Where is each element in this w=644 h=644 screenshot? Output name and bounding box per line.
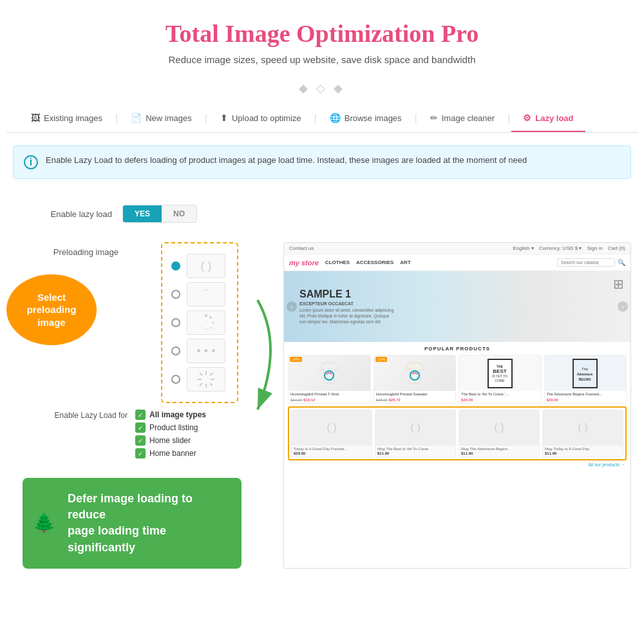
- home-slider-row[interactable]: ✓ Home slider: [135, 435, 206, 446]
- product-listing-check: ✓: [135, 422, 146, 433]
- lazy-card-4: ( ) Mug Today Is A Good Day $11.90: [542, 410, 623, 457]
- all-products-link[interactable]: All our products →: [288, 462, 627, 467]
- lazy-icon: ⚙: [523, 113, 531, 123]
- tab-upload[interactable]: ⬆ Upload to optimize: [209, 105, 313, 132]
- lazy-name-4: Mug Today Is A Good Day: [545, 447, 621, 451]
- existing-icon: 🖼: [31, 113, 40, 123]
- lazy-price-4: $11.90: [545, 451, 621, 455]
- svg-line-11: [210, 383, 213, 386]
- home-banner-row[interactable]: ✓ Home banner: [135, 448, 206, 459]
- old-price-2: $35.00: [376, 398, 388, 402]
- lazy-img-3: ( ): [459, 410, 539, 446]
- preloading-options: ( ) ⌒: [135, 242, 238, 403]
- upload-icon: ⬆: [220, 113, 228, 123]
- hero-next-arrow[interactable]: ›: [618, 301, 628, 312]
- lazy-price-1: $29.00: [294, 451, 370, 455]
- svg-text:COME: COME: [495, 379, 505, 383]
- product-name-1: Hummingbird Printed T-Shirt: [290, 392, 368, 397]
- radio-4[interactable]: [171, 346, 180, 355]
- svg-point-5: [200, 327, 203, 329]
- spinner-preview-5: [187, 367, 225, 392]
- product-img-2: -20%: [374, 355, 456, 391]
- currency-selector[interactable]: Currency: USD $ ▾: [539, 245, 582, 251]
- radio-1[interactable]: [171, 261, 180, 270]
- tab-browse[interactable]: 🌐 Browse images: [318, 105, 413, 132]
- tshirt-img-2: [402, 359, 428, 388]
- radio-3[interactable]: [171, 318, 180, 327]
- preload-option-1[interactable]: ( ): [171, 254, 228, 278]
- all-image-types-row[interactable]: ✓ All image types: [135, 410, 206, 420]
- new-icon: 📄: [131, 113, 142, 123]
- menu-clothes[interactable]: CLOTHES: [325, 260, 350, 265]
- poster-img-2: The Adventure BEGINS: [571, 357, 600, 390]
- no-button[interactable]: NO: [162, 205, 196, 222]
- radio-5[interactable]: [171, 375, 180, 384]
- product-info-4: The Adventure Begins Framed... $29.00: [545, 391, 627, 403]
- tshirt-img-1: [316, 359, 342, 388]
- store-logo: my store: [289, 259, 319, 267]
- yes-button[interactable]: YES: [123, 205, 162, 222]
- tab-existing[interactable]: 🖼 Existing images: [19, 105, 114, 132]
- product-card-3: THE BEST IS YET TO COME The Best Is Yet …: [459, 355, 542, 404]
- product-price-2: $35.00 $28.72: [376, 398, 454, 402]
- tab-bar: 🖼 Existing images | 📄 New images | ⬆ Upl…: [6, 105, 638, 133]
- svg-point-0: [205, 314, 207, 317]
- svg-line-12: [210, 373, 213, 375]
- language-selector[interactable]: English ▾: [513, 245, 533, 251]
- svg-text:Adventure: Adventure: [577, 372, 593, 376]
- select-preloading-balloon: Selectpreloadingimage: [6, 274, 97, 345]
- menu-art[interactable]: ART: [400, 260, 410, 265]
- info-box: i Enable Lazy Load to defers loading of …: [13, 146, 631, 179]
- nav-right: English ▾ Currency: USD $ ▾ Sign in Cart…: [513, 245, 625, 251]
- lazy-info-1: Today Is A Good Day Framed... $29.00: [292, 446, 372, 457]
- search-icon[interactable]: 🔍: [618, 259, 625, 266]
- menu-accessories[interactable]: ACCESSORIES: [356, 260, 393, 265]
- tab-lazy[interactable]: ⚙ Lazy load: [511, 105, 585, 132]
- hero-prev-arrow[interactable]: ‹: [287, 301, 297, 312]
- product-price-1: $23.00 $19.12: [290, 398, 368, 402]
- all-check: ✓: [135, 410, 146, 420]
- svg-point-1: [209, 316, 212, 319]
- product-info-3: The Best Is Yet To Come '... $29.00: [459, 391, 541, 403]
- product-name-3: The Best Is Yet To Come '...: [461, 392, 539, 397]
- tab-new[interactable]: 📄 New images: [119, 105, 204, 132]
- svg-text:IS YET TO: IS YET TO: [492, 374, 507, 378]
- signin-link[interactable]: Sign in: [587, 245, 602, 251]
- preloading-label: Preloading image: [13, 242, 129, 257]
- radio-2[interactable]: [171, 290, 180, 299]
- lazy-card-3: ( ) Mug The Adventure Begins $11.90: [459, 410, 540, 457]
- product-card-4: The Adventure BEGINS The Adventure Begin…: [544, 355, 627, 404]
- hero-banner: SAMPLE 1 EXCEPTEUR OCCAECAT Lorem ipsum …: [284, 271, 630, 342]
- search-input[interactable]: [557, 258, 615, 267]
- info-icon: i: [24, 155, 38, 169]
- lazy-card-2: ( ) Mug The Best Is Yet To Come $11.90: [375, 410, 456, 457]
- product-img-4: The Adventure BEGINS: [545, 355, 627, 391]
- svg-text:The: The: [582, 367, 589, 371]
- home-slider-check: ✓: [135, 435, 146, 446]
- lazy-price-3: $11.90: [461, 451, 537, 455]
- spinner-preview-4: • • •: [187, 339, 225, 363]
- product-name-4: The Adventure Begins Framed...: [547, 392, 625, 397]
- settings-area: Enable lazy load YES NO: [0, 192, 644, 236]
- tab-cleaner[interactable]: ✏ Image cleaner: [419, 105, 506, 132]
- preload-option-2[interactable]: ⌒: [171, 282, 228, 307]
- preload-option-5[interactable]: [171, 367, 228, 392]
- product-card-2: -20% Hummingbird Printed Sweater $35.00 …: [374, 355, 457, 404]
- main-content: Preloading image Selectpreloadingimage (…: [0, 236, 644, 575]
- old-price-1: $23.00: [290, 398, 302, 402]
- product-listing-row[interactable]: ✓ Product listing: [135, 422, 206, 433]
- preload-option-3[interactable]: [171, 310, 228, 335]
- green-banner-text: Defer image loading to reducepage loadin…: [68, 491, 229, 556]
- cart-link[interactable]: Cart (0): [608, 245, 625, 251]
- lazy-img-4: ( ): [543, 410, 623, 446]
- product-img-1: -20%: [289, 355, 370, 391]
- store-menu-bar: my store CLOTHES ACCESSORIES ART 🔍: [284, 254, 630, 271]
- svg-line-13: [200, 383, 202, 386]
- preload-option-4[interactable]: • • •: [171, 339, 228, 363]
- svg-point-4: [205, 328, 207, 331]
- contact-link[interactable]: Contact us: [289, 245, 314, 251]
- dashed-options-box: ( ) ⌒: [161, 242, 238, 403]
- search-area: 🔍: [417, 258, 625, 267]
- lazy-info-2: Mug The Best Is Yet To Come $11.90: [375, 446, 455, 457]
- arrow-container: [251, 242, 283, 569]
